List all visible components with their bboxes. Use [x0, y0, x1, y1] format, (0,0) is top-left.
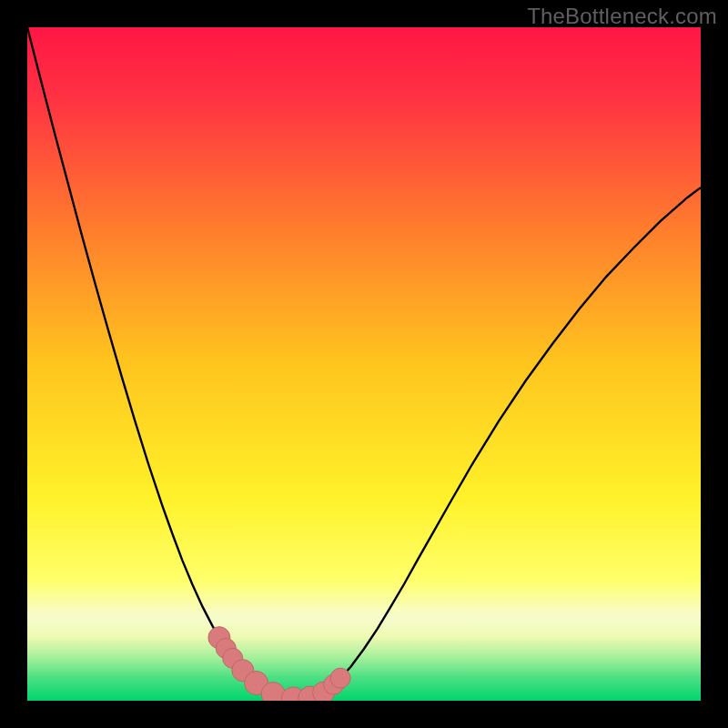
data-marker [330, 668, 350, 688]
watermark-text: TheBottleneck.com [527, 4, 717, 29]
chart-frame: TheBottleneck.com [0, 0, 728, 728]
plot-area [27, 27, 701, 701]
chart-svg [27, 27, 701, 701]
gradient-background [27, 27, 701, 701]
